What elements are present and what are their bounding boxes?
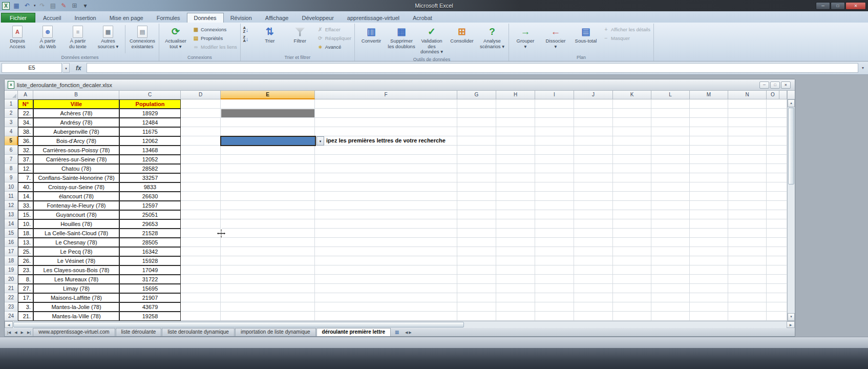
cell-O21[interactable] — [767, 284, 787, 293]
cell-A19[interactable]: 23. — [18, 265, 33, 275]
cell-H13[interactable] — [496, 210, 535, 219]
proprietes-button[interactable]: ▤Propriétés — [191, 34, 239, 42]
cell-K2[interactable] — [613, 109, 651, 118]
cell-B11[interactable]: élancourt (78) — [33, 192, 119, 201]
cell-O9[interactable] — [767, 173, 787, 182]
cell-E19[interactable] — [221, 265, 315, 275]
cell-M4[interactable] — [690, 127, 728, 136]
cell-H4[interactable] — [496, 127, 535, 136]
cell-L4[interactable] — [651, 127, 690, 136]
cell-B8[interactable]: Chatou (78) — [33, 164, 119, 173]
cell-F17[interactable] — [315, 247, 457, 256]
cell-F20[interactable] — [315, 275, 457, 284]
name-box-dropdown-icon[interactable]: ▾ — [63, 63, 70, 73]
cell-B12[interactable]: Fontenay-le-Fleury (78) — [33, 201, 119, 210]
cell-G19[interactable] — [457, 265, 496, 275]
cell-I16[interactable] — [535, 238, 574, 247]
validation-dropdown-button[interactable]: ▾ — [316, 136, 324, 146]
cell-B2[interactable]: Achères (78) — [33, 109, 119, 118]
window-maximize-button[interactable]: □ — [831, 2, 845, 10]
cell-H9[interactable] — [496, 173, 535, 182]
cell-A3[interactable]: 34. — [18, 118, 33, 127]
cell-N7[interactable] — [728, 155, 767, 164]
cell-I21[interactable] — [535, 284, 574, 293]
cell-I14[interactable] — [535, 219, 574, 229]
cell-L21[interactable] — [651, 284, 690, 293]
cell-M11[interactable] — [690, 192, 728, 201]
cell-B3[interactable]: Andrésy (78) — [33, 118, 119, 127]
col-header-F[interactable]: F — [315, 91, 457, 99]
cell-F14[interactable] — [315, 219, 457, 229]
cell-E3[interactable] — [221, 118, 315, 127]
cell-B7[interactable]: Carrières-sur-Seine (78) — [33, 155, 119, 164]
cell-F12[interactable] — [315, 201, 457, 210]
sheet-tab-liste-deroulante-dynamique[interactable]: liste deroulante dynamique — [162, 328, 235, 336]
row-header-8[interactable]: 8 — [5, 164, 18, 173]
cell-I12[interactable] — [535, 201, 574, 210]
cell-H15[interactable] — [496, 229, 535, 238]
selected-cell-E5[interactable] — [220, 136, 316, 146]
cell-L11[interactable] — [651, 192, 690, 201]
cell-N20[interactable] — [728, 275, 767, 284]
trier-button[interactable]: ⇅Trier — [255, 24, 285, 54]
cell-D11[interactable] — [181, 192, 221, 201]
cell-C15[interactable]: 21528 — [119, 229, 181, 238]
cell-M24[interactable] — [690, 312, 728, 321]
cell-M21[interactable] — [690, 284, 728, 293]
cell-E21[interactable] — [221, 284, 315, 293]
cell-B23[interactable]: Mantes-la-Jolie (78) — [33, 302, 119, 312]
cell-I17[interactable] — [535, 247, 574, 256]
cell-K12[interactable] — [613, 201, 651, 210]
cell-G11[interactable] — [457, 192, 496, 201]
cell-C7[interactable]: 12052 — [119, 155, 181, 164]
cell-I5[interactable] — [535, 136, 574, 146]
cell-K22[interactable] — [613, 293, 651, 302]
cell-J1[interactable] — [574, 99, 613, 109]
effacer-button[interactable]: ✗Effacer — [315, 25, 353, 33]
cell-C3[interactable]: 12484 — [119, 118, 181, 127]
cell-A13[interactable]: 15. — [18, 210, 33, 219]
cell-F2[interactable] — [315, 109, 457, 118]
cell-K18[interactable] — [613, 256, 651, 265]
scroll-right-button[interactable]: ▶ — [787, 321, 795, 328]
cell-G5[interactable] — [457, 136, 496, 146]
cell-O22[interactable] — [767, 293, 787, 302]
cell-G20[interactable] — [457, 275, 496, 284]
grouper-button[interactable]: →Grouper▾ — [511, 24, 540, 54]
cell-I7[interactable] — [535, 155, 574, 164]
cell-G16[interactable] — [457, 238, 496, 247]
cell-E4[interactable] — [221, 127, 315, 136]
col-header-M[interactable]: M — [690, 91, 728, 99]
cell-N5[interactable] — [728, 136, 767, 146]
cell-J13[interactable] — [574, 210, 613, 219]
cell-H14[interactable] — [496, 219, 535, 229]
cell-M16[interactable] — [690, 238, 728, 247]
cell-J23[interactable] — [574, 302, 613, 312]
cell-I10[interactable] — [535, 182, 574, 192]
cell-C12[interactable]: 12597 — [119, 201, 181, 210]
cell-A17[interactable]: 25. — [18, 247, 33, 256]
cell-M19[interactable] — [690, 265, 728, 275]
cell-D23[interactable] — [181, 302, 221, 312]
cell-A1[interactable]: N° — [18, 99, 33, 109]
cell-E13[interactable] — [221, 210, 315, 219]
cell-G8[interactable] — [457, 164, 496, 173]
cell-N18[interactable] — [728, 256, 767, 265]
cell-C1[interactable]: Population — [119, 99, 181, 109]
cell-J5[interactable] — [574, 136, 613, 146]
cell-M9[interactable] — [690, 173, 728, 182]
cell-H21[interactable] — [496, 284, 535, 293]
cell-D8[interactable] — [181, 164, 221, 173]
cell-F21[interactable] — [315, 284, 457, 293]
col-header-I[interactable]: I — [535, 91, 574, 99]
cell-M3[interactable] — [690, 118, 728, 127]
cell-J21[interactable] — [574, 284, 613, 293]
cell-B21[interactable]: Limay (78) — [33, 284, 119, 293]
cell-F15[interactable] — [315, 229, 457, 238]
col-header-H[interactable]: H — [496, 91, 535, 99]
cell-J7[interactable] — [574, 155, 613, 164]
cell-H20[interactable] — [496, 275, 535, 284]
cell-J20[interactable] — [574, 275, 613, 284]
scroll-left-button[interactable]: ◀ — [5, 321, 13, 328]
afficher-les-details-button[interactable]: +Afficher les détails — [601, 25, 652, 33]
